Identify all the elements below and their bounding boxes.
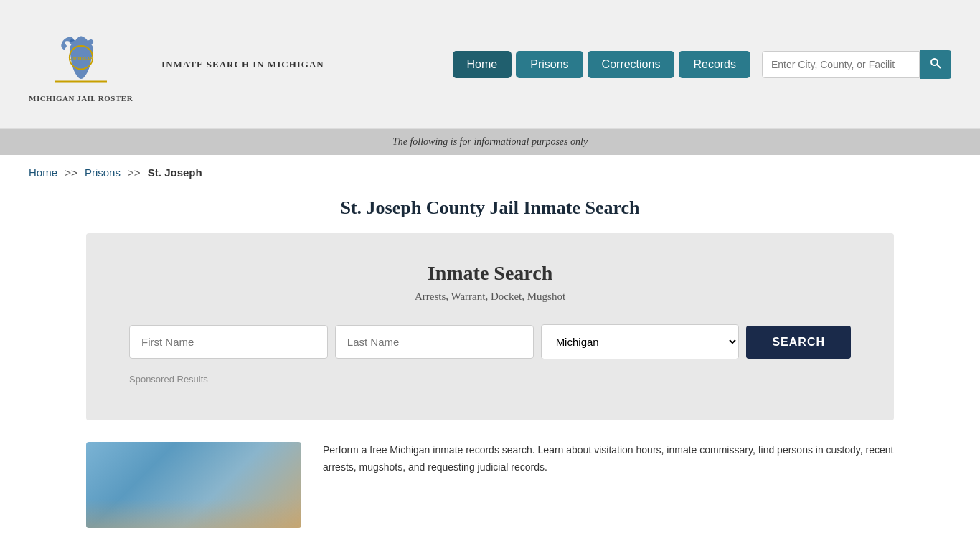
first-name-input[interactable] <box>129 325 328 359</box>
state-select[interactable]: Michigan <box>541 324 740 359</box>
search-icon <box>930 57 941 69</box>
breadcrumb-home[interactable]: Home <box>29 166 57 179</box>
breadcrumb-current: St. Joseph <box>148 166 202 179</box>
search-fields: Michigan SEARCH <box>129 324 851 359</box>
breadcrumb-sep1: >> <box>65 166 77 179</box>
header-search-input[interactable] <box>762 51 920 78</box>
search-button[interactable]: SEARCH <box>746 326 851 359</box>
header-search-bar <box>762 50 951 79</box>
svg-point-4 <box>931 59 938 65</box>
breadcrumb: Home >> Prisons >> St. Joseph <box>0 155 980 190</box>
site-title: INMATE SEARCH IN MICHIGAN <box>161 57 324 72</box>
bottom-section: Perform a free Michigan inmate records s… <box>0 420 980 550</box>
main-nav: Home Prisons Corrections Records <box>453 50 951 79</box>
svg-text:MICHIGAN: MICHIGAN <box>68 55 93 60</box>
logo-area: MICHIGAN MICHIGAN JAIL ROSTER <box>29 27 133 103</box>
header-search-button[interactable] <box>920 50 951 79</box>
logo-text: MICHIGAN JAIL ROSTER <box>29 94 133 103</box>
nav-prisons[interactable]: Prisons <box>516 51 583 78</box>
nav-corrections[interactable]: Corrections <box>588 51 675 78</box>
nav-records[interactable]: Records <box>679 51 750 78</box>
bottom-description: Perform a free Michigan inmate records s… <box>323 442 894 476</box>
bottom-image <box>86 442 301 528</box>
breadcrumb-sep2: >> <box>128 166 141 179</box>
sponsored-label: Sponsored Results <box>129 374 851 385</box>
info-bar-text: The following is for informational purpo… <box>392 136 588 147</box>
search-subtitle: Arrests, Warrant, Docket, Mugshot <box>129 291 851 303</box>
svg-line-5 <box>937 65 941 68</box>
last-name-input[interactable] <box>335 325 534 359</box>
breadcrumb-prisons[interactable]: Prisons <box>85 166 121 179</box>
site-header: MICHIGAN MICHIGAN JAIL ROSTER INMATE SEA… <box>0 0 980 129</box>
search-heading: Inmate Search <box>129 262 851 285</box>
logo-icon: MICHIGAN <box>49 27 113 91</box>
page-title: St. Joseph County Jail Inmate Search <box>0 197 980 219</box>
info-bar: The following is for informational purpo… <box>0 129 980 155</box>
nav-home[interactable]: Home <box>453 51 512 78</box>
search-section: Inmate Search Arrests, Warrant, Docket, … <box>86 233 894 420</box>
